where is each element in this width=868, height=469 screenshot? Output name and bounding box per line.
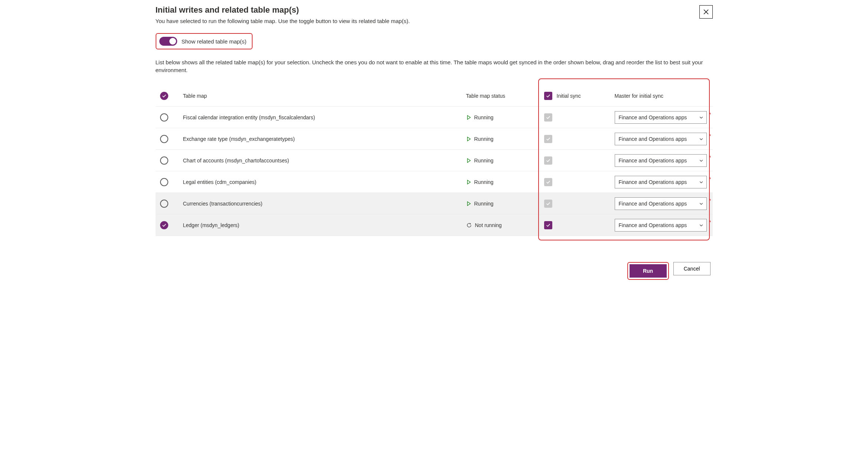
check-icon <box>162 93 167 98</box>
master-select[interactable]: Finance and Operations apps <box>615 176 707 188</box>
table-map-name: Legal entities (cdm_companies) <box>183 179 466 185</box>
status-label: Running <box>474 158 494 164</box>
table-row: Legal entities (cdm_companies)RunningFin… <box>156 171 713 193</box>
chevron-down-icon <box>699 137 703 141</box>
table-map-status: Not running <box>466 222 544 228</box>
check-icon <box>546 115 551 120</box>
master-select-value: Finance and Operations apps <box>619 114 687 120</box>
table-map-status: Running <box>466 158 544 164</box>
table-map-name: Currencies (transactioncurrencies) <box>183 201 466 207</box>
master-cell: Finance and Operations apps* <box>615 111 711 124</box>
initial-sync-checkbox[interactable] <box>544 221 552 229</box>
initial-sync-checkbox <box>544 113 552 122</box>
toggle-related-maps[interactable] <box>159 37 177 46</box>
column-header-initial-sync: Initial sync <box>544 92 615 100</box>
dialog-subtitle: You have selected to run the following t… <box>156 18 713 24</box>
master-select[interactable]: Finance and Operations apps <box>615 219 707 232</box>
row-select-radio[interactable] <box>160 178 168 186</box>
table-map-status: Running <box>466 136 544 142</box>
master-select-value: Finance and Operations apps <box>619 201 687 207</box>
status-label: Running <box>474 136 494 142</box>
table-row: Chart of accounts (msdyn_chartofaccounts… <box>156 150 713 171</box>
required-asterisk: * <box>709 198 711 203</box>
row-select-radio[interactable] <box>160 200 168 208</box>
master-select-value: Finance and Operations apps <box>619 179 687 185</box>
status-label: Not running <box>475 222 502 228</box>
initial-sync-checkbox <box>544 156 552 165</box>
initial-sync-checkbox <box>544 200 552 208</box>
play-icon <box>466 201 471 206</box>
master-select[interactable]: Finance and Operations apps <box>615 133 707 145</box>
run-button[interactable]: Run <box>630 264 667 278</box>
initial-sync-checkbox <box>544 135 552 143</box>
row-select-radio[interactable] <box>160 156 168 165</box>
initial-sync-checkbox <box>544 178 552 186</box>
table-map-status: Running <box>466 179 544 185</box>
dialog-title: Initial writes and related table map(s) <box>156 5 713 15</box>
required-asterisk: * <box>709 177 711 182</box>
master-cell: Finance and Operations apps* <box>615 176 711 188</box>
required-asterisk: * <box>709 155 711 160</box>
check-icon <box>546 201 551 206</box>
column-header-table-map[interactable]: Table map <box>183 93 466 99</box>
master-cell: Finance and Operations apps* <box>615 133 711 145</box>
master-cell: Finance and Operations apps* <box>615 219 711 232</box>
master-cell: Finance and Operations apps* <box>615 197 711 210</box>
status-label: Running <box>474 201 494 207</box>
table-header-row: Table map Table map status Initial sync … <box>156 85 713 107</box>
select-all-radio[interactable] <box>160 92 168 100</box>
chevron-down-icon <box>699 201 703 206</box>
row-select-radio[interactable] <box>160 135 168 143</box>
required-asterisk: * <box>709 220 711 225</box>
play-icon <box>466 115 471 120</box>
chevron-down-icon <box>699 115 703 120</box>
table-row: Currencies (transactioncurrencies)Runnin… <box>156 193 713 214</box>
initial-sync-cell <box>544 178 615 186</box>
master-select-value: Finance and Operations apps <box>619 222 687 228</box>
table-maps-table: Table map Table map status Initial sync … <box>156 85 713 236</box>
initial-sync-select-all-checkbox[interactable] <box>544 92 552 100</box>
check-icon <box>546 136 551 142</box>
dialog-initial-writes: Initial writes and related table map(s) … <box>156 5 713 280</box>
check-icon <box>546 179 551 185</box>
column-header-status[interactable]: Table map status <box>466 93 544 99</box>
row-select-radio[interactable] <box>160 113 168 122</box>
master-cell: Finance and Operations apps* <box>615 154 711 167</box>
master-select-value: Finance and Operations apps <box>619 158 687 164</box>
status-label: Running <box>474 114 494 120</box>
row-select-radio[interactable] <box>160 221 168 229</box>
initial-sync-cell <box>544 113 615 122</box>
play-icon <box>466 158 471 163</box>
column-header-master[interactable]: Master for initial sync <box>615 93 711 99</box>
table-row: Exchange rate type (msdyn_exchangeratety… <box>156 128 713 150</box>
chevron-down-icon <box>699 180 703 184</box>
initial-sync-cell <box>544 135 615 143</box>
master-select[interactable]: Finance and Operations apps <box>615 197 707 210</box>
required-asterisk: * <box>709 133 711 139</box>
table-map-status: Running <box>466 201 544 207</box>
cancel-button[interactable]: Cancel <box>673 262 711 275</box>
initial-sync-cell <box>544 200 615 208</box>
chevron-down-icon <box>699 223 703 227</box>
table-map-name: Exchange rate type (msdyn_exchangeratety… <box>183 136 466 142</box>
check-icon <box>546 223 551 228</box>
play-icon <box>466 136 471 142</box>
table-map-name: Fiscal calendar integration entity (msdy… <box>183 114 466 120</box>
initial-sync-cell <box>544 221 615 229</box>
status-label: Running <box>474 179 494 185</box>
master-select[interactable]: Finance and Operations apps <box>615 111 707 124</box>
close-button[interactable] <box>699 5 713 19</box>
check-icon <box>546 93 551 98</box>
master-select[interactable]: Finance and Operations apps <box>615 154 707 167</box>
table-map-name: Ledger (msdyn_ledgers) <box>183 222 466 228</box>
play-icon <box>466 179 471 185</box>
dialog-footer: Run Cancel <box>156 262 713 280</box>
table-map-status: Running <box>466 114 544 120</box>
chevron-down-icon <box>699 158 703 163</box>
toggle-related-maps-label: Show related table map(s) <box>182 38 247 45</box>
check-icon <box>546 158 551 163</box>
toggle-related-maps-container: Show related table map(s) <box>156 33 253 49</box>
master-select-value: Finance and Operations apps <box>619 136 687 142</box>
table-row: Ledger (msdyn_ledgers)Not runningFinance… <box>156 214 713 236</box>
annotation-highlight-run-button: Run <box>627 262 669 280</box>
